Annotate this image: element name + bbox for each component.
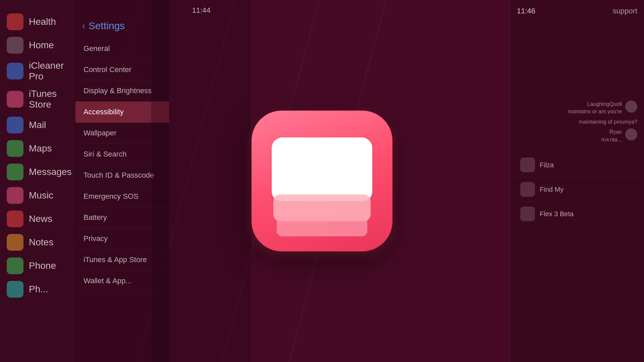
settings-title: Settings — [89, 20, 125, 32]
right-panel: 11:46 support Filza Find My Flex 3 Beta — [510, 0, 644, 362]
list-item[interactable]: Home — [0, 34, 77, 57]
main-app-icon-container — [252, 111, 392, 251]
app-label: Notes — [29, 237, 53, 248]
right-time: 11:46 — [517, 7, 535, 15]
app-label: Music — [29, 190, 53, 201]
app-icon-mail — [7, 117, 23, 133]
app-label: iTunes Store — [29, 88, 70, 110]
app-label: Filza — [540, 161, 554, 169]
support-label: support — [613, 7, 637, 15]
chat-row: maintaining of pmumya? — [517, 118, 637, 126]
list-item[interactable]: Health — [0, 10, 77, 34]
app-label: Health — [29, 16, 56, 27]
list-item[interactable]: Ph... — [0, 278, 77, 301]
chat-content: m∧nta... — [601, 137, 622, 142]
chat-row: LaughingQuoll maintains or am you're — [517, 101, 637, 116]
chat-content: maintaining of pmumya? — [579, 119, 637, 125]
app-label: iCleaner Pro — [29, 60, 70, 82]
app-icon-filza — [520, 158, 535, 172]
list-item[interactable]: Mail — [0, 113, 77, 137]
chat-message: Ryan m∧nta... — [601, 128, 622, 143]
cards-icon-graphic — [268, 127, 376, 235]
main-app-icon — [252, 111, 392, 251]
app-icon-home — [7, 37, 23, 54]
app-icon-news — [7, 210, 23, 227]
app-icon-phone — [7, 257, 23, 274]
app-icon-messages — [7, 164, 23, 180]
back-arrow-icon[interactable]: ‹ — [82, 21, 85, 31]
list-item[interactable]: Phone — [0, 254, 77, 278]
chat-message: maintaining of pmumya? — [579, 118, 637, 126]
list-item-flex3[interactable]: Flex 3 Beta — [514, 202, 641, 226]
chat-username: Ryan — [609, 129, 622, 135]
center-time-display: 11:44 — [151, 0, 251, 18]
avatar — [625, 128, 637, 140]
left-app-list-panel: Health Home iCleaner Pro iTunes Store Ma… — [0, 0, 77, 362]
chat-messages-overlay: LaughingQuoll maintains or am you're mai… — [517, 101, 637, 143]
app-label: Mail — [29, 120, 46, 130]
app-icon-itunes — [7, 91, 23, 108]
app-label: News — [29, 214, 52, 224]
list-item[interactable]: News — [0, 207, 77, 231]
app-icon-notes — [7, 234, 23, 251]
app-icon-music — [7, 187, 23, 204]
app-label: Ph... — [29, 284, 48, 295]
card-bottom — [277, 216, 367, 236]
app-icon-icleaner — [7, 63, 23, 79]
app-icon-flex3 — [520, 206, 535, 221]
list-item[interactable]: Messages — [0, 160, 77, 184]
app-label: Phone — [29, 260, 56, 271]
list-item[interactable]: Notes — [0, 231, 77, 254]
list-item[interactable]: Music — [0, 184, 77, 207]
card-top — [272, 137, 372, 201]
list-item[interactable]: Maps — [0, 137, 77, 160]
center-time: 11:44 — [192, 6, 210, 15]
chat-content: maintains or am you're — [568, 109, 622, 114]
app-icon-maps — [7, 140, 23, 157]
chat-message: LaughingQuoll maintains or am you're — [568, 101, 622, 116]
list-item-filza[interactable]: Filza — [514, 153, 641, 177]
app-icon-findmy — [520, 182, 535, 197]
app-label: Home — [29, 40, 54, 51]
app-label: Maps — [29, 143, 52, 154]
list-item[interactable]: iTunes Store — [0, 85, 77, 113]
right-header: 11:46 support — [510, 0, 644, 19]
chat-row: Ryan m∧nta... — [517, 128, 637, 143]
chat-username: LaughingQuoll — [587, 101, 622, 107]
avatar — [625, 101, 637, 113]
app-label: Flex 3 Beta — [540, 210, 574, 218]
app-label: Find My — [540, 186, 564, 193]
center-phone-strip: 11:44 — [151, 0, 252, 362]
list-item[interactable]: iCleaner Pro — [0, 57, 77, 85]
app-icon-photos — [7, 281, 23, 298]
app-icon-health — [7, 13, 23, 30]
app-label: Messages — [29, 167, 72, 177]
list-item-findmy[interactable]: Find My — [514, 177, 641, 202]
